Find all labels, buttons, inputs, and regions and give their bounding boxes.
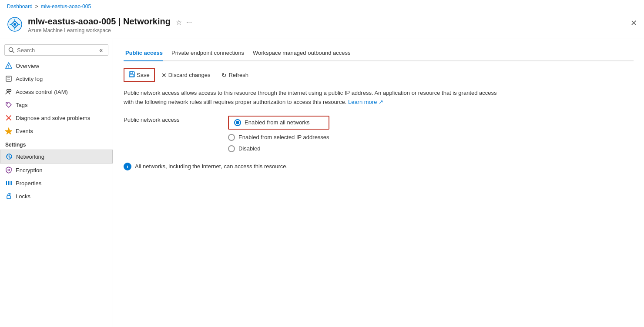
access-control-icon (5, 88, 12, 95)
more-options-icon[interactable]: ··· (186, 19, 192, 27)
sidebar-item-events-label: Events (16, 128, 33, 134)
sidebar-item-tags[interactable]: Tags (0, 98, 113, 111)
save-icon (129, 71, 135, 79)
close-button[interactable]: ✕ (631, 18, 637, 28)
radio-disabled-label: Disabled (238, 145, 261, 152)
info-icon: i (124, 163, 131, 170)
sidebar-item-encryption-label: Encryption (16, 167, 42, 174)
svg-point-12 (7, 103, 8, 104)
svg-point-1 (13, 23, 16, 26)
tab-workspace-managed[interactable]: Workspace managed outbound access (251, 46, 358, 60)
settings-section-label: Settings (0, 137, 113, 150)
diagnose-icon (5, 114, 12, 121)
tab-public-access[interactable]: Public access (124, 46, 170, 60)
sidebar-item-access-label: Access control (IAM) (16, 89, 68, 95)
page-header: mlw-eastus-aoao-005 | Networking Azure M… (0, 13, 644, 39)
svg-point-6 (8, 67, 9, 67)
search-box[interactable]: « (4, 44, 108, 56)
radio-circle-disabled (228, 145, 235, 152)
description-text: Public network access allows access to t… (124, 89, 498, 107)
radio-selected-ip[interactable]: Enabled from selected IP addresses (228, 134, 329, 141)
main-layout: « Overview (0, 39, 644, 327)
discard-button[interactable]: ✕ Discard changes (157, 69, 215, 81)
svg-point-18 (8, 169, 10, 171)
content-tabs: Public access Private endpoint connectio… (124, 46, 634, 61)
svg-line-3 (13, 51, 14, 53)
sidebar-item-networking[interactable]: Networking (0, 150, 113, 164)
info-box: i All networks, including the internet, … (124, 163, 634, 170)
refresh-button[interactable]: ↻ Refresh (217, 69, 253, 81)
sidebar-item-diagnose[interactable]: Diagnose and solve problems (0, 111, 113, 124)
breadcrumb: Dashboard > mlw-eastus-aoao-005 (0, 0, 644, 13)
radio-all-networks[interactable]: Enabled from all networks (228, 116, 329, 130)
main-content: Public access Private endpoint connectio… (113, 39, 644, 327)
sidebar: « Overview (0, 39, 113, 327)
svg-point-11 (9, 90, 11, 92)
tab-private-endpoint[interactable]: Private endpoint connections (170, 46, 251, 60)
radio-group: Enabled from all networks Enabled from s… (228, 116, 329, 152)
sidebar-item-events[interactable]: Events (0, 124, 113, 137)
network-access-label: Public network access (124, 116, 211, 123)
header-actions: ☆ ··· (176, 18, 192, 27)
svg-rect-19 (6, 181, 7, 185)
sidebar-item-overview-label: Overview (16, 63, 39, 69)
svg-rect-23 (7, 196, 10, 199)
search-icon (8, 47, 14, 53)
svg-rect-20 (8, 181, 9, 185)
search-input[interactable] (17, 47, 95, 53)
radio-selected-ip-label: Enabled from selected IP addresses (238, 134, 329, 140)
svg-rect-26 (130, 74, 134, 77)
radio-disabled[interactable]: Disabled (228, 145, 329, 152)
toolbar: Save ✕ Discard changes ↻ Refresh (124, 68, 634, 82)
svg-rect-21 (10, 181, 10, 185)
svg-marker-15 (5, 128, 12, 134)
learn-more-link[interactable]: Learn more ↗ (348, 99, 383, 105)
svg-point-10 (7, 90, 9, 92)
discard-label: Discard changes (168, 72, 211, 78)
tags-icon (5, 101, 12, 108)
activity-log-icon (5, 75, 12, 82)
sidebar-item-locks[interactable]: Locks (0, 190, 113, 203)
radio-all-networks-label: Enabled from all networks (245, 119, 310, 126)
refresh-label: Refresh (228, 72, 248, 78)
collapse-sidebar-button[interactable]: « (97, 47, 104, 53)
properties-icon (5, 180, 12, 187)
locks-icon (5, 193, 12, 200)
encryption-icon (5, 167, 12, 174)
sidebar-navigation: Overview Activity log (0, 59, 113, 327)
sidebar-item-properties-label: Properties (16, 180, 41, 187)
favorite-icon[interactable]: ☆ (176, 18, 182, 27)
breadcrumb-separator: > (35, 3, 38, 10)
sidebar-item-access-control[interactable]: Access control (IAM) (0, 85, 113, 98)
breadcrumb-parent[interactable]: Dashboard (7, 3, 33, 10)
refresh-icon: ↻ (221, 72, 227, 79)
radio-circle-all (234, 119, 241, 126)
sidebar-item-activity-log[interactable]: Activity log (0, 72, 113, 85)
sidebar-item-tags-label: Tags (16, 102, 27, 108)
networking-icon (6, 153, 13, 160)
sidebar-item-encryption[interactable]: Encryption (0, 164, 113, 177)
page-subtitle: Azure Machine Learning workspace (28, 27, 171, 33)
overview-icon (5, 62, 12, 69)
sidebar-item-properties[interactable]: Properties (0, 177, 113, 190)
sidebar-item-networking-label: Networking (16, 153, 44, 160)
svg-rect-22 (11, 181, 12, 185)
resource-icon (7, 17, 23, 32)
sidebar-item-diagnose-label: Diagnose and solve problems (16, 115, 90, 121)
breadcrumb-current[interactable]: mlw-eastus-aoao-005 (41, 3, 91, 10)
save-button[interactable]: Save (124, 68, 155, 82)
sidebar-item-overview[interactable]: Overview (0, 59, 113, 72)
events-icon (5, 127, 12, 134)
discard-icon: ✕ (161, 72, 167, 79)
save-label: Save (137, 72, 150, 78)
radio-circle-ip (228, 134, 235, 141)
header-text: mlw-eastus-aoao-005 | Networking Azure M… (28, 17, 171, 33)
svg-rect-7 (6, 76, 11, 81)
info-message: All networks, including the internet, ca… (135, 163, 288, 170)
sidebar-item-activity-label: Activity log (16, 76, 43, 82)
sidebar-item-locks-label: Locks (16, 193, 30, 200)
network-access-section: Public network access Enabled from all n… (124, 116, 634, 152)
page-title: mlw-eastus-aoao-005 | Networking (28, 17, 171, 27)
